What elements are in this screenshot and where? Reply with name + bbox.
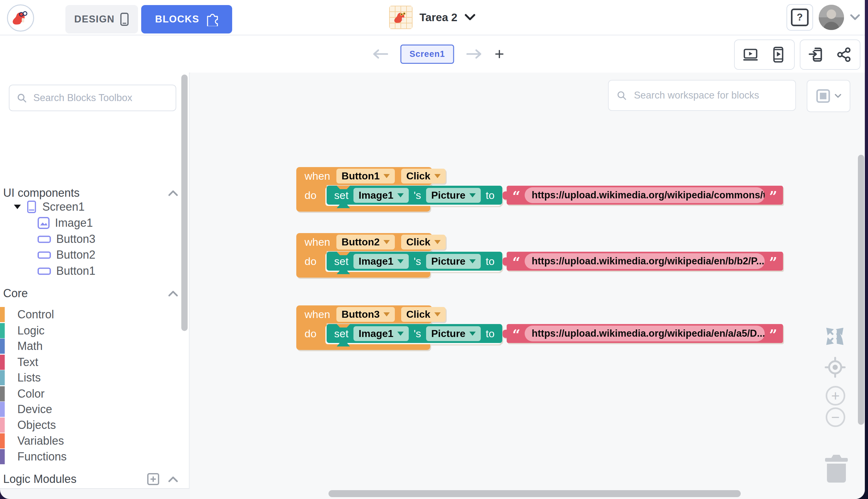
text-string-block[interactable]: “ https://upload.wikimedia.org/wikipedia… xyxy=(507,186,783,205)
collapse-chevron-icon[interactable] xyxy=(168,476,179,483)
event-dropdown[interactable]: Click xyxy=(401,235,445,250)
event-dropdown[interactable]: Click xyxy=(401,307,445,322)
project-switcher[interactable]: Tarea 2 xyxy=(389,0,476,35)
toolbox-category-functions[interactable]: Functions xyxy=(0,449,66,465)
sidebar-item-button3[interactable]: Button3 xyxy=(37,232,95,246)
account-menu-chevron-icon[interactable] xyxy=(850,14,860,21)
core-title: Core xyxy=(3,287,28,300)
tab-blocks[interactable]: BLOCKS xyxy=(141,5,232,34)
toolbox-category-lists[interactable]: Lists xyxy=(0,370,41,386)
property-dropdown[interactable]: Picture xyxy=(426,326,480,341)
app-logo[interactable] xyxy=(7,4,34,32)
category-color-swatch xyxy=(0,307,5,322)
preview-on-phone-button[interactable] xyxy=(766,42,791,67)
category-color-swatch xyxy=(0,402,5,417)
event-block-button2-click[interactable]: when Button2 Click do set Image1 's xyxy=(296,233,783,278)
sidebar-item-screen1[interactable]: Screen1 xyxy=(14,200,85,214)
screen-tab[interactable]: Screen1 xyxy=(401,45,454,64)
do-label: do xyxy=(305,328,317,340)
dropdown-arrow-icon xyxy=(469,193,476,197)
toolbox-category-variables[interactable]: Variables xyxy=(0,433,64,449)
component-dropdown[interactable]: Button3 xyxy=(337,307,395,322)
grid-view-icon xyxy=(816,88,831,104)
toolbox-search-input[interactable] xyxy=(33,92,169,104)
property-dropdown[interactable]: Picture xyxy=(426,254,480,269)
logic-modules-title: Logic Modules xyxy=(3,473,76,486)
to-label: to xyxy=(486,189,494,202)
workspace-view-toggle-button[interactable] xyxy=(807,80,850,112)
toolbox-category-device[interactable]: Device xyxy=(0,401,52,417)
set-property-block[interactable]: set Image1 's Picture to xyxy=(327,186,502,205)
set-property-block[interactable]: set Image1 's Picture to xyxy=(327,324,502,343)
target-component-dropdown[interactable]: Image1 xyxy=(353,188,408,203)
blocks-toolbox-sidebar: UI components Screen1 Image1 Butto xyxy=(0,73,190,489)
tab-design[interactable]: DESIGN xyxy=(65,5,138,34)
mascot-logo-icon xyxy=(11,8,30,28)
set-label: set xyxy=(334,189,349,202)
tab-design-label: DESIGN xyxy=(74,14,115,25)
dropdown-arrow-icon xyxy=(398,193,404,197)
core-section-header[interactable]: Core xyxy=(3,287,179,300)
url-text-field[interactable]: https://upload.wikimedia.org/wikipedia/e… xyxy=(525,253,765,269)
toolbox-category-color[interactable]: Color xyxy=(0,386,45,402)
target-component-dropdown[interactable]: Image1 xyxy=(353,326,408,341)
component-dropdown[interactable]: Button2 xyxy=(337,235,395,250)
set-label: set xyxy=(334,328,349,340)
text-string-block[interactable]: “ https://upload.wikimedia.org/wikipedia… xyxy=(507,252,783,271)
help-icon: ? xyxy=(791,9,809,26)
when-label: when xyxy=(305,308,330,320)
ui-components-section-header[interactable]: UI components xyxy=(3,186,179,199)
url-text-field[interactable]: https://upload.wikimedia.org/wikipedia/e… xyxy=(525,326,765,341)
sidebar-item-image1[interactable]: Image1 xyxy=(37,216,93,230)
export-to-device-button[interactable] xyxy=(804,42,829,67)
trash-can[interactable] xyxy=(821,450,852,483)
add-screen-button[interactable]: + xyxy=(494,46,504,62)
toolbox-category-text[interactable]: Text xyxy=(0,354,38,370)
workspace-vertical-scrollbar[interactable] xyxy=(858,155,864,425)
logic-modules-section-header[interactable]: Logic Modules xyxy=(3,473,179,486)
workspace-search-input[interactable] xyxy=(633,89,788,101)
event-block-button3-click[interactable]: when Button3 Click do set Image1 's xyxy=(296,305,783,350)
collapse-chevron-icon[interactable] xyxy=(168,290,179,297)
open-quote-icon: “ xyxy=(512,331,520,339)
center-workspace-button[interactable] xyxy=(825,357,846,378)
url-text-field[interactable]: https://upload.wikimedia.org/wikipedia/c… xyxy=(525,187,765,203)
toolbox-category-logic[interactable]: Logic xyxy=(0,323,45,339)
prev-screen-arrow-icon[interactable] xyxy=(371,48,389,60)
blockly-workspace[interactable]: when Button1 Click do set Image1 's xyxy=(190,73,865,499)
project-icon xyxy=(389,6,413,29)
property-dropdown[interactable]: Picture xyxy=(426,188,480,203)
screen-icon xyxy=(26,200,37,213)
component-dropdown[interactable]: Button1 xyxy=(337,169,395,183)
toolbox-scrollbar[interactable] xyxy=(181,74,188,331)
possessive-label: 's xyxy=(414,328,421,340)
collapse-chevron-icon[interactable] xyxy=(168,190,179,196)
help-button[interactable]: ? xyxy=(786,4,813,31)
toolbox-search-box[interactable] xyxy=(9,85,176,111)
category-color-swatch xyxy=(0,339,5,354)
open-quote-icon: “ xyxy=(512,193,520,201)
sidebar-item-button1[interactable]: Button1 xyxy=(37,264,95,278)
zoom-out-button[interactable]: − xyxy=(826,407,845,427)
target-component-dropdown[interactable]: Image1 xyxy=(353,254,408,269)
workspace-search-box[interactable] xyxy=(608,80,796,111)
event-block-button1-click[interactable]: when Button1 Click do set Image1 's xyxy=(296,167,783,211)
tree-expand-caret-icon[interactable] xyxy=(14,205,21,209)
set-property-block[interactable]: set Image1 's Picture to xyxy=(327,252,502,271)
fullscreen-toggle-button[interactable] xyxy=(826,327,844,345)
toolbox-category-control[interactable]: Control xyxy=(0,307,54,322)
text-string-block[interactable]: “ https://upload.wikimedia.org/wikipedia… xyxy=(507,324,783,343)
zoom-in-button[interactable]: + xyxy=(826,386,845,405)
event-dropdown[interactable]: Click xyxy=(401,169,445,183)
next-screen-arrow-icon[interactable] xyxy=(466,48,483,60)
toolbox-category-objects[interactable]: Objects xyxy=(0,417,56,433)
share-project-button[interactable] xyxy=(831,42,857,67)
user-avatar[interactable] xyxy=(819,5,844,30)
sidebar-item-button2[interactable]: Button2 xyxy=(37,248,95,261)
toolbox-category-math[interactable]: Math xyxy=(0,338,42,354)
search-icon xyxy=(16,92,27,104)
preview-on-computer-button[interactable] xyxy=(738,42,763,67)
workspace-horizontal-scrollbar[interactable] xyxy=(329,490,741,497)
add-module-icon[interactable] xyxy=(147,473,159,485)
sidebar-item-label: Screen1 xyxy=(42,200,85,214)
